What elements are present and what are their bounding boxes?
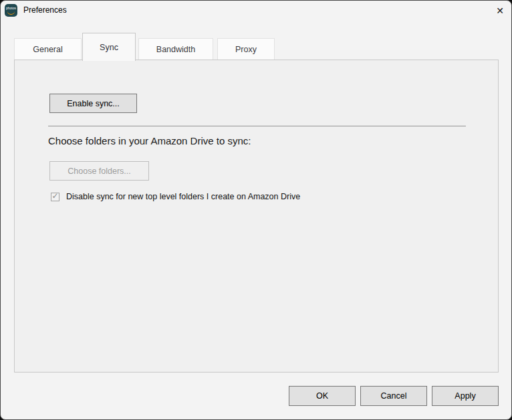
app-icon-word: photos bbox=[6, 7, 16, 10]
disable-sync-checkbox-label: Disable sync for new top level folders I… bbox=[66, 192, 300, 201]
amazon-photos-app-icon: photos bbox=[5, 4, 17, 17]
tab-sync[interactable]: Sync bbox=[82, 33, 136, 61]
cancel-button[interactable]: Cancel bbox=[360, 386, 427, 406]
tab-proxy[interactable]: Proxy bbox=[217, 38, 275, 60]
apply-button[interactable]: Apply bbox=[432, 386, 499, 406]
disable-sync-checkbox-row: ✓ Disable sync for new top level folders… bbox=[51, 192, 300, 201]
sync-tab-panel: Enable sync... Choose folders in your Am… bbox=[14, 60, 499, 373]
amazon-smile-icon bbox=[7, 11, 15, 15]
tab-general-label: General bbox=[33, 45, 62, 54]
ok-button[interactable]: OK bbox=[289, 386, 356, 406]
tab-general[interactable]: General bbox=[14, 38, 82, 60]
disable-sync-checkbox[interactable]: ✓ bbox=[51, 193, 59, 201]
close-icon[interactable]: ✕ bbox=[493, 4, 507, 17]
choose-folders-button[interactable]: Choose folders... bbox=[49, 161, 149, 181]
checkmark-icon: ✓ bbox=[51, 192, 58, 200]
tab-bandwidth[interactable]: Bandwidth bbox=[138, 38, 213, 60]
choose-folders-heading: Choose folders in your Amazon Drive to s… bbox=[48, 135, 251, 146]
title-bar: photos Preferences ✕ bbox=[1, 1, 511, 22]
enable-sync-button[interactable]: Enable sync... bbox=[49, 94, 137, 113]
preferences-dialog: photos Preferences ✕ General Sync Bandwi… bbox=[0, 0, 512, 420]
tab-bandwidth-label: Bandwidth bbox=[156, 45, 195, 54]
tab-sync-label: Sync bbox=[100, 43, 118, 52]
window-title: Preferences bbox=[23, 5, 67, 15]
section-divider bbox=[48, 126, 466, 126]
tab-proxy-label: Proxy bbox=[235, 45, 257, 54]
